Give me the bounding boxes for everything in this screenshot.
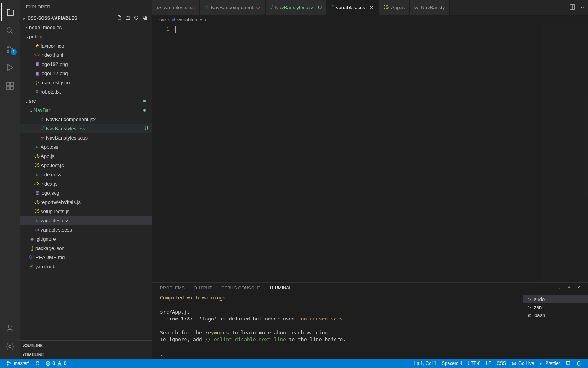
accounts-icon[interactable] bbox=[1, 319, 19, 337]
new-folder-icon[interactable] bbox=[125, 15, 131, 21]
outline-section[interactable]: › OUTLINE bbox=[20, 340, 152, 350]
feedback-icon[interactable] bbox=[563, 361, 573, 366]
breadcrumb-file[interactable]: variables.css bbox=[177, 17, 206, 23]
more-actions-icon[interactable]: ⋯ bbox=[579, 5, 584, 10]
explorer-header: EXPLORER ⋯ bbox=[20, 0, 152, 13]
eol[interactable]: LF bbox=[483, 361, 494, 366]
file-row[interactable]: ⊘yarn.lock bbox=[20, 262, 152, 271]
terminal-dropdown-icon[interactable]: ⌄ bbox=[558, 285, 562, 291]
file-row[interactable]: ᔕvariables.scss bbox=[20, 225, 152, 234]
errors-warnings[interactable]: 0 0 bbox=[43, 361, 69, 366]
folder-row[interactable]: ⌄public bbox=[20, 32, 152, 41]
breadcrumb-root[interactable]: src bbox=[159, 17, 166, 23]
file-row[interactable]: ★favicon.ico bbox=[20, 41, 152, 50]
folder-row[interactable]: ⌄src bbox=[20, 96, 152, 105]
file-row[interactable]: ▣logo512.png bbox=[20, 69, 152, 78]
file-row[interactable]: JSApp.js bbox=[20, 151, 152, 161]
collapse-all-icon[interactable] bbox=[142, 15, 147, 21]
breadcrumbs[interactable]: src › # variables.css bbox=[152, 15, 588, 25]
tab-file-icon: # bbox=[270, 5, 273, 10]
tree-label: node_modules bbox=[29, 25, 148, 30]
timeline-section[interactable]: › TIMELINE bbox=[20, 350, 152, 359]
tab-output[interactable]: OUTPUT bbox=[194, 283, 212, 292]
folder-row[interactable]: ⌄NavBar bbox=[20, 105, 152, 115]
file-row[interactable]: ⚛NavBar.component.jsx bbox=[20, 115, 152, 124]
file-row[interactable]: #variables.css bbox=[20, 216, 152, 225]
file-row[interactable]: ⓘREADME.md bbox=[20, 253, 152, 262]
run-debug-icon[interactable] bbox=[1, 58, 19, 77]
file-row[interactable]: ▧logo.svg bbox=[20, 188, 152, 197]
tree-label: favicon.ico bbox=[41, 43, 148, 49]
terminal-instance[interactable]: ◐bash bbox=[523, 311, 588, 319]
indentation[interactable]: Spaces: 4 bbox=[439, 361, 465, 366]
terminal-name: zsh bbox=[534, 304, 542, 310]
line-gutter: 1 bbox=[152, 25, 175, 282]
tab-label: NavBar.component.jsx bbox=[211, 5, 261, 10]
file-row[interactable]: {}manifest.json bbox=[20, 78, 152, 87]
terminal-output[interactable]: Compiled with warnings. src/App.js Line … bbox=[152, 293, 523, 359]
maximize-panel-icon[interactable]: ＾ bbox=[567, 285, 571, 291]
folder-row[interactable]: ›node_modules bbox=[20, 23, 152, 32]
editor-tab[interactable]: JSApp.js bbox=[379, 0, 410, 15]
notifications-icon[interactable] bbox=[573, 361, 584, 366]
file-row[interactable]: {}package.json bbox=[20, 243, 152, 253]
terminal-instance[interactable]: ▷sudo bbox=[523, 295, 588, 303]
editor-content[interactable] bbox=[175, 25, 542, 282]
svg-rect-6 bbox=[7, 86, 10, 89]
editor-tab[interactable]: ᔕNavBar.sty bbox=[410, 0, 450, 15]
editor-tab[interactable]: #variables.css✕ bbox=[327, 0, 379, 15]
file-row[interactable]: <>index.html bbox=[20, 50, 152, 59]
split-editor-icon[interactable] bbox=[569, 4, 575, 11]
encoding[interactable]: UTF-8 bbox=[465, 361, 483, 366]
tab-problems[interactable]: PROBLEMS bbox=[160, 283, 185, 292]
tab-file-icon: ᔕ bbox=[157, 5, 161, 10]
tree-label: package.json bbox=[35, 245, 148, 251]
file-row[interactable]: ≡robots.txt bbox=[20, 87, 152, 96]
terminal-instance[interactable]: ▷zsh bbox=[523, 303, 588, 311]
minimap[interactable] bbox=[542, 25, 588, 282]
tab-debug-console[interactable]: DEBUG CONSOLE bbox=[221, 283, 260, 292]
file-icon: ᔕ bbox=[39, 135, 46, 140]
refresh-icon[interactable] bbox=[134, 15, 139, 21]
file-row[interactable]: ▣logo192.png bbox=[20, 59, 152, 69]
tab-label: variables.css bbox=[336, 5, 365, 10]
file-row[interactable]: #NavBar.styles.cssU bbox=[20, 124, 152, 133]
prettier-status[interactable]: ✓Prettier bbox=[537, 361, 563, 366]
source-control-icon[interactable]: 1 bbox=[1, 40, 19, 58]
settings-gear-icon[interactable] bbox=[1, 337, 19, 356]
explorer-more-icon[interactable]: ⋯ bbox=[140, 3, 146, 10]
git-branch[interactable]: master* bbox=[4, 361, 32, 366]
editor-tab[interactable]: ᔕvariables.scss bbox=[152, 0, 200, 15]
language-mode[interactable]: CSS bbox=[494, 361, 509, 366]
editor-tab[interactable]: ⚛NavBar.component.jsx bbox=[200, 0, 266, 15]
file-row[interactable]: ◆.gitignore bbox=[20, 234, 152, 243]
tree-label: NavBar.styles.css bbox=[46, 126, 145, 131]
new-file-icon[interactable] bbox=[117, 15, 122, 21]
cursor-position[interactable]: Ln 1, Col 1 bbox=[412, 361, 439, 366]
file-row[interactable]: ᔕNavBar.styles.scss bbox=[20, 133, 152, 142]
close-tab-icon[interactable]: ✕ bbox=[369, 5, 374, 10]
file-row[interactable]: JSApp.test.js bbox=[20, 161, 152, 170]
tab-terminal[interactable]: TERMINAL bbox=[269, 283, 292, 292]
file-row[interactable]: JSreportWebVitals.js bbox=[20, 197, 152, 207]
svg-point-8 bbox=[8, 325, 11, 328]
editor-body[interactable]: 1 bbox=[152, 25, 588, 282]
git-sync[interactable] bbox=[32, 361, 43, 366]
new-terminal-icon[interactable]: ＋ bbox=[548, 285, 552, 291]
tree-label: manifest.json bbox=[41, 80, 148, 85]
line-number: 1 bbox=[152, 26, 169, 32]
terminal-name: bash bbox=[534, 312, 545, 318]
project-section-header[interactable]: ⌄ CSS-SCSS-VARIABLES bbox=[20, 13, 152, 23]
tree-label: App.css bbox=[41, 144, 148, 150]
search-icon[interactable] bbox=[1, 21, 19, 40]
file-row[interactable]: #App.css bbox=[20, 142, 152, 151]
file-row[interactable]: JSsetupTests.js bbox=[20, 207, 152, 216]
file-row[interactable]: JSindex.js bbox=[20, 179, 152, 188]
close-panel-icon[interactable]: ✕ bbox=[577, 285, 580, 291]
go-live[interactable]: Go Live bbox=[509, 361, 537, 366]
editor-tab[interactable]: #NavBar.styles.cssU bbox=[266, 0, 327, 15]
extensions-icon[interactable] bbox=[1, 77, 19, 95]
explorer-icon[interactable] bbox=[1, 3, 19, 21]
file-row[interactable]: #index.css bbox=[20, 170, 152, 179]
tree-label: .gitignore bbox=[35, 236, 148, 242]
